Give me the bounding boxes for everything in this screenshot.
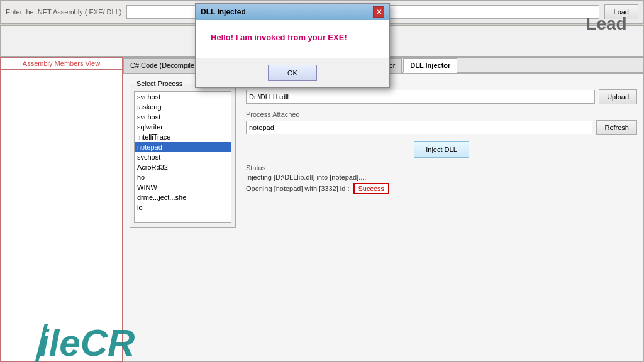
dialog-titlebar: DLL Injected ✕ (196, 4, 389, 20)
dialog-ok-button[interactable]: OK (268, 65, 317, 81)
dialog-close-button[interactable]: ✕ (373, 6, 384, 18)
dll-injected-dialog: DLL Injected ✕ Hello! I am invoked from … (195, 3, 390, 88)
dialog-overlay: DLL Injected ✕ Hello! I am invoked from … (0, 0, 644, 362)
dialog-title: DLL Injected (201, 8, 246, 16)
dialog-footer: OK (196, 58, 389, 87)
dialog-message: Hello! I am invoked from your EXE! (211, 33, 374, 42)
dialog-body: Hello! I am invoked from your EXE! (196, 20, 389, 58)
